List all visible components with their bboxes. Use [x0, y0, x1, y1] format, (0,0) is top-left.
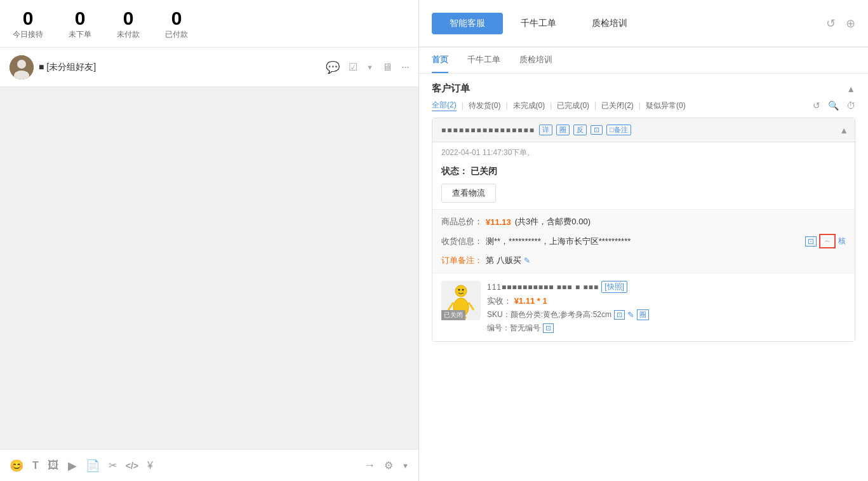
filter-incomplete[interactable]: 未完成(0) — [513, 100, 545, 111]
svg-point-6 — [462, 288, 464, 290]
filter-separator-3: | — [550, 101, 552, 110]
product-thumbnail: 已关闭 — [441, 281, 481, 320]
shipping-row: 收货信息： 测**，**********，上海市长宁区********** ⊡ … — [441, 234, 846, 248]
stat-today-receive-label: 今日接待 — [13, 29, 43, 40]
product-id-row: 编号： 暂无编号 ⊡ — [487, 323, 846, 334]
file-icon[interactable]: 📄 — [86, 459, 100, 473]
order-refresh-icon[interactable]: ↺ — [813, 100, 820, 111]
add-icon[interactable]: ⊕ — [846, 17, 855, 30]
order-status-label: 状态： — [441, 166, 468, 176]
chat-icon[interactable]: 💬 — [326, 60, 340, 74]
order-tag-box[interactable]: ⊡ — [591, 125, 603, 135]
svg-line-8 — [469, 302, 474, 310]
shipping-label: 收货信息： — [441, 236, 486, 247]
stat-no-order-number: 0 — [75, 8, 86, 29]
filter-pending-ship[interactable]: 待发货(0) — [469, 100, 501, 111]
yuan-icon[interactable]: ¥ — [147, 460, 153, 471]
order-status-value: 已关闭 — [471, 166, 497, 176]
filter-separator-2: | — [505, 101, 507, 110]
shipping-value: 测**，**********，上海市长宁区********** — [486, 236, 803, 247]
section-up-arrow[interactable]: ▲ — [846, 84, 855, 94]
order-tag-note[interactable]: □备注 — [606, 125, 631, 135]
svg-line-7 — [448, 302, 453, 310]
order-tag-circle[interactable]: 圈 — [556, 125, 570, 135]
product-total-label: 商品总价： — [441, 216, 486, 227]
svg-point-5 — [458, 288, 460, 290]
order-note-row: 订单备注： 第 八贩买 ✎ — [441, 255, 846, 266]
sku-edit-icon[interactable]: ✎ — [627, 310, 634, 320]
right-top-icons: ↺ ⊕ — [826, 17, 855, 30]
code-icon[interactable]: </> — [126, 461, 138, 471]
filter-closed[interactable]: 已关闭(2) — [601, 100, 634, 111]
order-note-value: 第 八贩买 — [486, 255, 521, 266]
emoji-icon[interactable]: 😊 — [10, 459, 23, 473]
shipping-eye-icon[interactable]: ～ — [819, 234, 836, 248]
product-sku-row: SKU： 颜色分类:黄色;参考身高:52cm ⊡ ✎ 圈 — [487, 309, 846, 320]
order-tag-reverse[interactable]: 反 — [573, 125, 587, 135]
send-icon[interactable]: → — [364, 459, 375, 472]
image-icon[interactable]: 🖼 — [48, 459, 59, 472]
svg-point-3 — [455, 285, 467, 297]
stat-today-receive-number: 0 — [23, 8, 34, 29]
order-id: ■■■■■■■■■■■■■■■■ — [441, 126, 535, 135]
shipping-verify-icon[interactable]: 核 — [838, 236, 846, 247]
sku-circle-icon[interactable]: 圈 — [637, 309, 649, 320]
play-icon[interactable]: ▶ — [68, 459, 77, 473]
order-collapse-arrow[interactable]: ▲ — [839, 125, 848, 135]
avatar — [10, 55, 34, 79]
product-id-value: 暂无编号 — [510, 323, 540, 334]
sku-copy-icon[interactable]: ⊡ — [614, 310, 625, 320]
contact-actions: 💬 ☑ ▼ 🖥 ··· — [326, 60, 409, 74]
tab-zhijian-peixun[interactable]: 质检培训 — [574, 13, 645, 34]
product-price-row: 实收： ¥1.11 * 1 — [487, 295, 846, 307]
sub-tab-qianniu[interactable]: 千牛工单 — [467, 48, 500, 73]
order-history-icon[interactable]: ⏱ — [846, 100, 855, 111]
product-total-value: ¥11.13 — [486, 217, 511, 227]
order-filters: 全部(2) | 待发货(0) | 未完成(0) | 已完成(0) | 已关闭(2… — [419, 100, 868, 118]
text-icon[interactable]: T — [32, 460, 39, 471]
order-tag-detail[interactable]: 详 — [539, 125, 552, 135]
scissors-icon[interactable]: ✂ — [109, 459, 117, 471]
product-total-row: 商品总价： ¥11.13 (共3件，含邮费0.00) — [441, 216, 846, 227]
shipping-copy-icon[interactable]: ⊡ — [805, 236, 817, 247]
filter-completed[interactable]: 已完成(0) — [557, 100, 589, 111]
filter-suspicious[interactable]: 疑似异常(0) — [646, 100, 686, 111]
check-icon[interactable]: ☑ — [349, 61, 357, 73]
view-logistics-button[interactable]: 查看物流 — [441, 184, 496, 203]
dropdown-chevron-icon[interactable]: ▼ — [402, 462, 409, 470]
order-search-icon[interactable]: 🔍 — [828, 100, 839, 111]
contact-name: ■ [未分组好友] — [39, 62, 326, 73]
quick-photo-tag[interactable]: [快照] — [601, 281, 627, 293]
order-card: ■■■■■■■■■■■■■■■■ 详 圈 反 ⊡ □备注 ▲ 2022-04-0… — [432, 118, 855, 342]
contact-header: ■ [未分组好友] 💬 ☑ ▼ 🖥 ··· — [0, 48, 418, 87]
refresh-icon[interactable]: ↺ — [826, 17, 836, 30]
product-name-row: 111■■■■■■■■■■ ■■■ ■ ■■■ [快照] — [487, 281, 846, 293]
avatar-icon — [10, 55, 34, 79]
product-info: 111■■■■■■■■■■ ■■■ ■ ■■■ [快照] 实收： ¥1.11 *… — [487, 281, 846, 334]
settings-icon[interactable]: ⚙ — [384, 459, 393, 471]
filter-separator-4: | — [594, 101, 596, 110]
chat-toolbar: 😊 T 🖼 ▶ 📄 ✂ </> ¥ → ⚙ ▼ — [0, 449, 418, 481]
order-card-header: ■■■■■■■■■■■■■■■■ 详 圈 反 ⊡ □备注 ▲ — [432, 118, 855, 142]
filter-all[interactable]: 全部(2) — [432, 100, 457, 111]
tab-qianniu-gongdan[interactable]: 千牛工单 — [503, 13, 574, 34]
more-icon[interactable]: ··· — [401, 60, 409, 74]
product-price-value: ¥1.11 * 1 — [514, 296, 547, 306]
monitor-icon[interactable]: 🖥 — [382, 62, 392, 73]
section-title: 客户订单 — [432, 83, 470, 95]
product-id-label: 编号： — [487, 323, 510, 334]
section-header: 客户订单 ▲ — [419, 74, 868, 100]
product-sku-value: 颜色分类:黄色;参考身高:52cm — [511, 309, 611, 320]
stat-paid-label: 已付款 — [165, 29, 188, 40]
order-note-edit-icon[interactable]: ✎ — [524, 256, 530, 265]
product-id-copy-icon[interactable]: ⊡ — [543, 323, 554, 333]
sub-tab-home[interactable]: 首页 — [432, 48, 448, 73]
right-content: 客户订单 ▲ 全部(2) | 待发货(0) | 未完成(0) | 已完成(0) … — [419, 74, 868, 481]
stat-no-order: 0 未下单 — [69, 8, 91, 40]
tab-zhinen-kefu[interactable]: 智能客服 — [432, 13, 503, 34]
order-note-label: 订单备注： — [441, 255, 486, 266]
sub-tab-zhijian[interactable]: 质检培训 — [519, 48, 552, 73]
stat-paid: 0 已付款 — [165, 8, 188, 40]
dropdown-icon[interactable]: ▼ — [366, 64, 373, 71]
stat-unpaid: 0 未付款 — [117, 8, 140, 40]
